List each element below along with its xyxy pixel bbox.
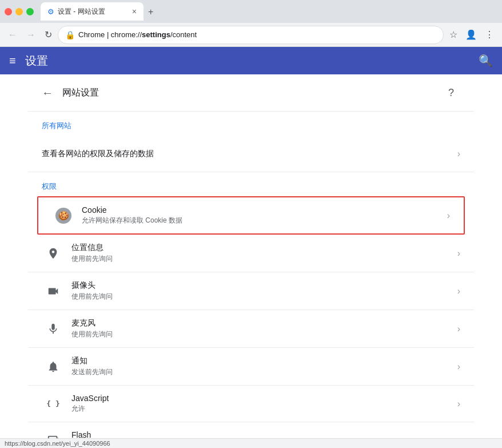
location-title: 位置信息 (71, 243, 457, 253)
tab-close-button[interactable]: × (132, 7, 137, 16)
camera-title: 摄像头 (71, 280, 457, 291)
notification-icon (42, 360, 65, 373)
all-sites-chevron: › (457, 149, 460, 159)
page-back-header: ← 网站设置 ? (28, 74, 474, 112)
back-navigation-button[interactable]: ← (42, 86, 53, 100)
help-button[interactable]: ? (442, 84, 460, 102)
location-text: 位置信息 使用前先询问 (71, 243, 457, 264)
tab-settings-icon: ⚙ (47, 7, 54, 16)
cookie-icon: 🍪 (52, 208, 75, 224)
all-sites-title: 查看各网站的权限及储存的数据 (42, 149, 457, 159)
status-bar: https://blog.csdn.net/yei_yi_44090966 (0, 438, 502, 448)
notification-title: 通知 (71, 356, 457, 366)
camera-item[interactable]: 摄像头 使用前先询问 › (28, 272, 474, 310)
microphone-title: 麦克风 (71, 318, 457, 328)
nav-actions: ☆ 👤 ⋮ (446, 26, 497, 43)
active-tab[interactable]: ⚙ 设置 - 网站设置 × (41, 2, 144, 21)
browser-menu-button[interactable]: ⋮ (481, 26, 497, 43)
secure-icon: 🔒 (65, 30, 75, 39)
minimize-traffic-light[interactable] (15, 8, 23, 15)
title-bar: ⚙ 设置 - 网站设置 × + (0, 0, 502, 23)
camera-icon (42, 285, 65, 298)
section-label-all-sites: 所有网站 (28, 112, 474, 136)
javascript-text: JavaScript 允许 (71, 394, 457, 414)
microphone-item[interactable]: 麦克风 使用前先询问 › (28, 310, 474, 348)
javascript-subtitle: 允许 (71, 404, 457, 414)
address-text: Chrome | chrome://settings/content (78, 30, 436, 39)
camera-subtitle: 使用前先询问 (71, 292, 457, 302)
notification-chevron: › (457, 362, 460, 372)
close-traffic-light[interactable] (5, 8, 12, 15)
back-button[interactable]: ← (5, 26, 21, 43)
address-settings: settings (142, 30, 170, 39)
maximize-traffic-light[interactable] (26, 8, 34, 15)
microphone-icon (42, 323, 65, 335)
notification-item[interactable]: 通知 发送前先询问 › (28, 348, 474, 386)
section-label-permissions: 权限 (28, 172, 474, 196)
location-item[interactable]: 位置信息 使用前先询问 › (28, 235, 474, 272)
nav-bar: ← → ↻ 🔒 Chrome | chrome://settings/conte… (0, 23, 502, 47)
javascript-icon: { } (42, 399, 65, 408)
reload-button[interactable]: ↻ (41, 26, 55, 43)
camera-text: 摄像头 使用前先询问 (71, 280, 457, 302)
settings-header: ≡ 设置 🔍 (0, 47, 502, 74)
all-sites-item[interactable]: 查看各网站的权限及储存的数据 › (28, 136, 474, 172)
page-content: ← 网站设置 ? 所有网站 查看各网站的权限及储存的数据 › 权限 🍪 (28, 74, 474, 448)
traffic-lights (5, 8, 34, 15)
address-chrome: Chrome (78, 30, 105, 39)
account-button[interactable]: 👤 (462, 26, 480, 43)
notification-subtitle: 发送前先询问 (71, 367, 457, 377)
bookmark-button[interactable]: ☆ (446, 26, 461, 43)
tab-bar: ⚙ 设置 - 网站设置 × + (41, 2, 497, 21)
forward-button[interactable]: → (23, 26, 39, 43)
microphone-chevron: › (457, 324, 460, 334)
settings-header-title: 设置 (25, 53, 479, 69)
javascript-chevron: › (457, 399, 460, 409)
browser-frame: ⚙ 设置 - 网站设置 × + ← → ↻ 🔒 Chrome | chrome:… (0, 0, 502, 448)
notification-text: 通知 发送前先询问 (71, 356, 457, 377)
cookie-subtitle: 允许网站保存和读取 Cookie 数据 (82, 216, 447, 225)
microphone-text: 麦克风 使用前先询问 (71, 318, 457, 339)
microphone-subtitle: 使用前先询问 (71, 330, 457, 339)
content-area: ← 网站设置 ? 所有网站 查看各网站的权限及储存的数据 › 权限 🍪 (0, 74, 502, 448)
javascript-title: JavaScript (71, 394, 457, 403)
javascript-item[interactable]: { } JavaScript 允许 › (28, 386, 474, 422)
location-icon (42, 247, 65, 260)
location-subtitle: 使用前先询问 (71, 254, 457, 264)
settings-search-icon[interactable]: 🔍 (479, 54, 493, 68)
all-sites-text: 查看各网站的权限及储存的数据 (42, 149, 457, 159)
cookie-chevron: › (447, 211, 450, 221)
tab-title: 设置 - 网站设置 (58, 7, 129, 17)
address-bar[interactable]: 🔒 Chrome | chrome://settings/content (58, 26, 444, 44)
cookie-text: Cookie 允许网站保存和读取 Cookie 数据 (82, 205, 447, 225)
status-bar-text: https://blog.csdn.net/yei_yi_44090966 (5, 440, 110, 447)
location-chevron: › (457, 248, 460, 259)
cookie-item[interactable]: 🍪 Cookie 允许网站保存和读取 Cookie 数据 › (37, 196, 465, 235)
hamburger-menu-icon[interactable]: ≡ (9, 54, 16, 68)
page-title: 网站设置 (62, 87, 442, 99)
camera-chevron: › (457, 286, 460, 296)
new-tab-button[interactable]: + (144, 3, 158, 21)
cookie-title: Cookie (82, 205, 447, 215)
